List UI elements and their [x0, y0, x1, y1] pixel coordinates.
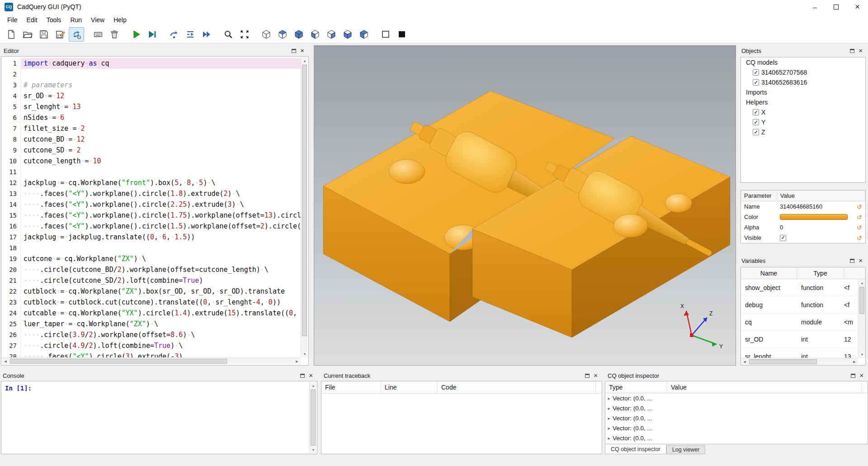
float-panel-icon[interactable]	[292, 49, 296, 53]
close-panel-icon[interactable]: ×	[859, 258, 863, 263]
variables-header-name[interactable]: Name	[741, 267, 797, 279]
scroll-left-icon[interactable]: ◀	[2, 358, 9, 365]
shaded-mode-icon[interactable]	[394, 27, 410, 42]
scroll-right-icon[interactable]: ▶	[851, 358, 858, 366]
save-icon[interactable]	[36, 27, 52, 42]
close-panel-icon[interactable]: ×	[309, 373, 313, 378]
close-panel-icon[interactable]: ×	[594, 373, 598, 378]
editor-horizontal-scrollbar[interactable]: ◀ ▶	[2, 357, 301, 365]
console-vertical-scrollbar[interactable]: ▲ ▼	[309, 382, 316, 453]
continue-icon[interactable]	[199, 27, 214, 42]
code-line-20[interactable]: ····.circle(cutcone_BD/2).workplane(offs…	[21, 264, 301, 275]
code-line-18[interactable]	[21, 243, 301, 253]
visible-checkbox[interactable]: ✓	[780, 235, 786, 241]
editor-vertical-scrollbar[interactable]: ▲ ▼	[301, 57, 308, 357]
view-bottom-icon[interactable]	[340, 27, 355, 42]
scrollbar-thumb[interactable]	[311, 390, 316, 446]
code-line-13[interactable]: ····.faces("<Y").workplane().circle(1.8)…	[21, 188, 301, 199]
reset-parameter-button[interactable]: ↺	[853, 233, 865, 243]
new-file-icon[interactable]	[4, 27, 19, 42]
scroll-down-icon[interactable]: ▼	[859, 351, 866, 358]
code-line-21[interactable]: ····.circle(cutcone_SD/2).loft(combine=T…	[21, 275, 301, 286]
code-line-24[interactable]: cutcable·=·cq.Workplane("YX").circle(1.4…	[21, 308, 301, 319]
open-file-icon[interactable]	[20, 27, 35, 42]
scroll-left-icon[interactable]: ◀	[741, 358, 748, 366]
parameter-value[interactable]: 3140646685160	[777, 201, 853, 212]
inspector-row-2[interactable]: ▸Vector: (0.0, ...	[605, 403, 868, 413]
tree-item-checkbox[interactable]: ✓	[753, 79, 759, 86]
tab-cq-object-inspector[interactable]: CQ object inspector	[605, 444, 666, 454]
parameter-value[interactable]: 0	[777, 222, 853, 233]
variables-horizontal-scrollbar[interactable]: ◀ ▶	[741, 358, 858, 365]
tree-item-3140652683616[interactable]: ✓3140652683616	[741, 77, 865, 87]
delete-icon[interactable]	[107, 27, 122, 42]
float-panel-icon[interactable]	[300, 374, 305, 378]
code-line-19[interactable]: cutcone·=·cq.Workplane("ZX")·\	[21, 253, 301, 264]
wireframe-mode-icon[interactable]	[378, 27, 393, 42]
code-line-28[interactable]: ·····.faces("<Y").circle(3).extrude(-3)	[21, 351, 301, 357]
scroll-up-icon[interactable]: ▲	[301, 57, 308, 64]
fit-view-icon[interactable]	[237, 27, 252, 42]
code-line-7[interactable]: fillet_size·=·2	[21, 123, 301, 134]
code-line-4[interactable]: sr_OD·=·12	[21, 90, 301, 101]
expand-arrow-icon[interactable]: ▸	[605, 396, 613, 401]
scrollbar-thumb[interactable]	[302, 65, 307, 336]
code-line-12[interactable]: jackplug·=·cq.Workplane("front").box(5,·…	[21, 177, 301, 188]
tree-item-checkbox[interactable]: ✓	[753, 129, 759, 135]
parameter-value[interactable]	[777, 212, 853, 222]
expand-arrow-icon[interactable]: ▸	[605, 416, 613, 421]
traceback-table-header[interactable]: FileLineCode	[321, 381, 602, 394]
code-line-10[interactable]: cutcone_length·=·10	[21, 156, 301, 166]
variable-row-show_object[interactable]: show_objectfunction<f	[741, 279, 865, 296]
tree-item-cq-models[interactable]: CQ models	[741, 57, 865, 67]
inspector-row-1[interactable]: ▸Vector: (0.0, ...	[605, 393, 868, 403]
code-line-16[interactable]: ····.faces("<Y").workplane().circle(1.5)…	[21, 221, 301, 232]
clear-console-icon[interactable]	[90, 27, 106, 42]
scroll-right-icon[interactable]: ▶	[293, 358, 301, 365]
view-iso-icon[interactable]	[259, 27, 274, 42]
menu-item-help[interactable]: Help	[109, 14, 131, 25]
tree-item-checkbox[interactable]: ✓	[753, 109, 759, 115]
variable-row-debug[interactable]: debugfunction<f	[741, 296, 865, 314]
tree-item-checkbox[interactable]: ✓	[753, 69, 759, 76]
float-panel-icon[interactable]	[850, 49, 854, 53]
code-line-3[interactable]: # parameters	[21, 80, 301, 90]
scroll-up-icon[interactable]: ▲	[310, 382, 317, 389]
inspector-header-type[interactable]: Type	[605, 381, 667, 393]
expand-arrow-icon[interactable]: ▸	[605, 436, 613, 441]
maximize-button[interactable]	[826, 0, 847, 14]
tree-item-x[interactable]: ✓X	[741, 107, 865, 117]
expand-arrow-icon[interactable]: ▸	[605, 426, 613, 431]
objects-tree[interactable]: CQ models✓3140652707568✓3140652683616Imp…	[741, 57, 866, 183]
scroll-down-icon[interactable]: ▼	[301, 350, 308, 357]
code-line-15[interactable]: ····.faces("<Y").workplane().circle(1.75…	[21, 210, 301, 221]
render-icon[interactable]	[128, 27, 144, 42]
inspector-row-3[interactable]: ▸Vector: (0.0, ...	[605, 413, 868, 423]
code-lines[interactable]: import·cadquery·as·cq# parameterssr_OD·=…	[21, 58, 301, 357]
close-panel-icon[interactable]: ×	[859, 373, 863, 378]
parameter-value[interactable]: ✓	[777, 233, 853, 243]
code-line-6[interactable]: nSides·=·6	[21, 112, 301, 123]
code-line-2[interactable]	[21, 69, 301, 80]
code-line-23[interactable]: cutblock·=·cutblock.cut(cutcone).transla…	[21, 297, 301, 308]
code-line-14[interactable]: ····.faces("<Y").workplane().circle(2.25…	[21, 199, 301, 210]
scrollbar-thumb[interactable]	[10, 359, 227, 364]
view-right-icon[interactable]	[324, 27, 339, 42]
close-panel-icon[interactable]: ×	[300, 48, 304, 53]
traceback-header-file[interactable]: File	[321, 381, 381, 393]
close-panel-icon[interactable]: ×	[859, 48, 863, 53]
variable-row-cq[interactable]: cqmodule<m	[741, 314, 865, 331]
inspector-header-value[interactable]: Value	[667, 381, 862, 393]
scroll-down-icon[interactable]: ▼	[310, 446, 317, 453]
tab-log-viewer[interactable]: Log viewer	[666, 445, 705, 454]
3d-scene[interactable]: X Z Y	[314, 46, 736, 366]
expand-arrow-icon[interactable]: ▸	[605, 406, 613, 411]
view-back-icon[interactable]	[356, 27, 372, 42]
code-area[interactable]: 1234567891011121314151617181920212223242…	[2, 57, 301, 357]
step-icon[interactable]	[166, 27, 182, 42]
search-icon[interactable]	[221, 27, 236, 42]
menu-item-tools[interactable]: Tools	[42, 14, 66, 25]
code-editor[interactable]: 1234567891011121314151617181920212223242…	[1, 56, 309, 366]
step-into-icon[interactable]	[183, 27, 198, 42]
save-as-icon[interactable]	[52, 27, 68, 42]
